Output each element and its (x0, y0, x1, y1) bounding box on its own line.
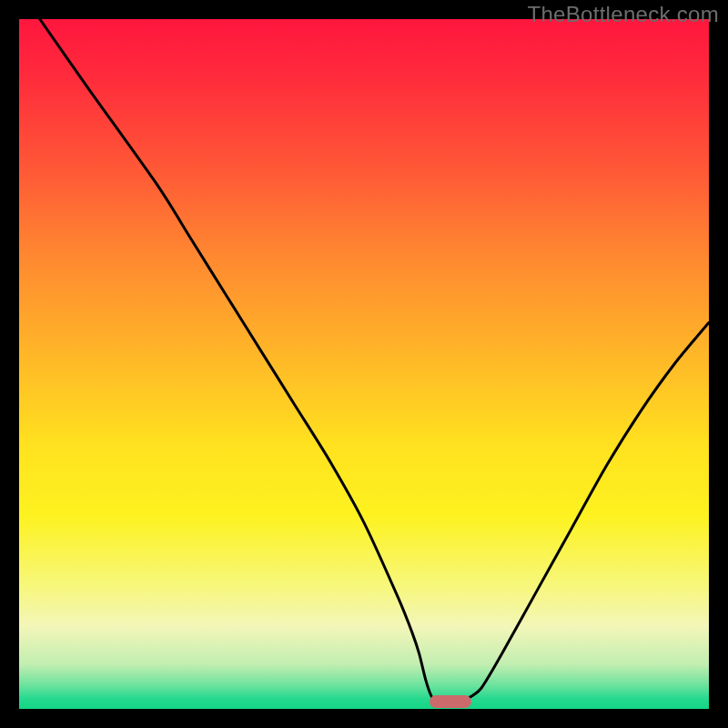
gradient-background (19, 19, 709, 709)
plot-area (19, 19, 709, 709)
chart-svg (19, 19, 709, 709)
optimal-marker (430, 695, 471, 708)
chart-frame: TheBottleneck.com (0, 0, 728, 728)
watermark-text: TheBottleneck.com (527, 2, 719, 27)
